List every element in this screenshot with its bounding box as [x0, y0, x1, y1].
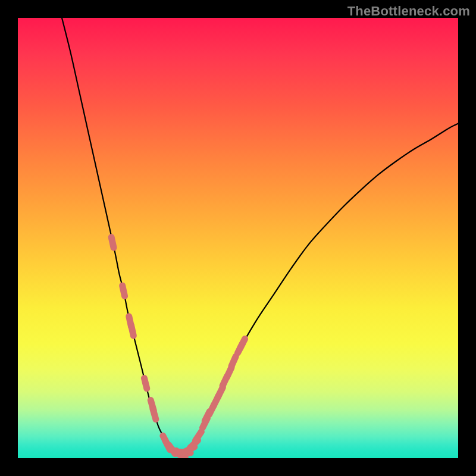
curve-marker	[131, 325, 133, 336]
curve-marker	[153, 409, 156, 419]
bottleneck-curve	[18, 18, 458, 458]
chart-container: TheBottleneck.com	[0, 0, 476, 476]
curve-marker	[240, 339, 245, 349]
curve-marker	[144, 378, 146, 388]
plot-area	[18, 18, 458, 458]
curve-marker	[123, 286, 125, 296]
curve-marker	[231, 356, 236, 366]
curve-marker	[111, 237, 114, 248]
watermark: TheBottleneck.com	[347, 4, 470, 19]
